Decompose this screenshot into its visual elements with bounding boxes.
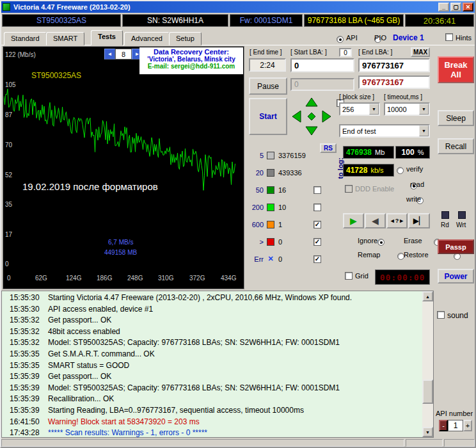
app-icon <box>3 3 10 11</box>
log-line: 15:35:39Model: ST9500325AS; Capacity: 97… <box>10 383 433 395</box>
api-number-plus-button[interactable]: + <box>463 420 472 431</box>
read-label: read <box>410 180 424 188</box>
break-all-button[interactable]: Break All <box>438 56 474 83</box>
log-line: 15:35:3248bit access enabled <box>10 327 433 339</box>
scan-back-button[interactable]: ◀ <box>365 213 386 228</box>
tab-smart[interactable]: SMART <box>46 32 84 45</box>
block-size-label: [ block size ] <box>339 93 374 100</box>
speed-display: 41728 kb/s <box>343 164 394 177</box>
passport-button[interactable]: Passp <box>438 239 474 254</box>
scroll-down-icon[interactable]: ▼ <box>422 427 433 437</box>
log-scrollbar[interactable]: ▲ ▼ <box>422 291 433 437</box>
restore-label: Restore <box>404 251 429 259</box>
drive-serial: SN: S2W6HH1A <box>122 14 228 27</box>
end-lba-input[interactable]: 976773167 <box>358 58 430 72</box>
jump-down-icon <box>306 127 317 135</box>
scroll-up-icon[interactable]: ▲ <box>422 291 433 301</box>
log-line: 15:35:35SMART status = GOOD <box>10 361 433 372</box>
start-button[interactable]: Start <box>249 98 287 135</box>
x-axis-label: 434G <box>221 275 236 282</box>
write-label: write <box>406 195 421 203</box>
end-action-select[interactable]: End of test ▼ <box>339 124 430 138</box>
status-bar-right <box>444 439 475 447</box>
sound-checkbox[interactable] <box>437 311 445 319</box>
pause-button[interactable]: Pause <box>249 77 287 95</box>
log-latency-checkbox[interactable]: ✓ <box>313 255 321 263</box>
scrollbar-thumb[interactable] <box>422 380 433 404</box>
y-axis-label: 0 <box>5 260 9 268</box>
maximize-button[interactable]: ▢ <box>450 3 461 12</box>
recall-button[interactable]: Recall <box>438 138 474 154</box>
log-line-warning: 16:41:50Warning! Block start at 58347392… <box>10 417 433 429</box>
max-lba-button[interactable]: MAX <box>411 47 430 57</box>
ignore-label: Ignore <box>358 237 377 244</box>
api-number-value: 1 <box>448 420 463 431</box>
x-axis-label: 310G <box>158 275 173 282</box>
api-number-minus-button[interactable]: - <box>439 420 448 431</box>
log-line: 15:35:39Recallibration... OK <box>10 394 433 406</box>
sleep-button[interactable]: Sleep <box>438 110 474 126</box>
scan-question-button[interactable]: ◄?► <box>386 213 408 228</box>
api-number-label: API number <box>436 410 473 417</box>
tab-advanced[interactable]: Advanced <box>124 32 170 45</box>
play-icon: ▶ <box>350 216 357 226</box>
jump-pad[interactable] <box>290 96 333 137</box>
log-line: 15:35:32Get passport... OK <box>10 316 433 327</box>
scan-skip-button[interactable]: ▶▏ <box>408 213 430 228</box>
tab-setup[interactable]: Setup <box>169 32 202 45</box>
log-line: 15:35:30Starting Victoria 4.47 Freeware … <box>10 293 433 305</box>
ignore-radio[interactable] <box>377 239 385 246</box>
graph-speed-note: 6,7 MB/s <box>108 239 133 246</box>
sound-label: sound <box>447 311 468 320</box>
timeout-label: [ timeout,ms ] <box>384 93 422 100</box>
remap-label: Remap <box>358 251 380 259</box>
log-latency-checkbox[interactable] <box>313 204 321 211</box>
drc-title: Data Recovery Center: <box>139 48 243 56</box>
latency-row-50: 50 16 <box>248 186 338 194</box>
chevron-down-icon[interactable]: ▼ <box>419 125 429 136</box>
start-lba-mini-field[interactable]: 0 <box>339 48 352 57</box>
api-radio[interactable] <box>337 36 344 43</box>
latency-row-20: 20 439336 <box>248 168 338 177</box>
close-button[interactable]: ✕ <box>463 3 473 12</box>
tab-standard[interactable]: Standard <box>4 32 47 45</box>
event-log[interactable]: 15:35:30Starting Victoria 4.47 Freeware … <box>1 291 434 438</box>
latency-color-swatch <box>267 169 274 177</box>
graph-zoom-control: ◄ 8 ► <box>104 49 143 60</box>
hints-checkbox[interactable] <box>445 33 453 41</box>
log-line: 15:35:39Get passport... OK <box>10 372 433 383</box>
chevron-down-icon[interactable]: ▼ <box>419 104 429 115</box>
drc-city: 'Victoria', Belarus, Minsk city <box>139 56 243 63</box>
log-latency-checkbox[interactable]: ✓ <box>313 238 321 246</box>
write-activity-led <box>458 211 466 219</box>
skip-end-icon: ▶▏ <box>413 216 425 225</box>
data-recovery-banner: Data Recovery Center: 'Victoria', Belaru… <box>139 47 243 74</box>
latency-color-swatch <box>267 152 274 159</box>
scan-forward-button[interactable]: ▶ <box>343 213 364 228</box>
graph-model-label: ST9500325AS <box>31 71 81 80</box>
log-line: 15:35:32Model: ST9500325AS; Capacity: 97… <box>10 338 433 349</box>
drc-email[interactable]: E-mail: sergei@hdd-911.com <box>139 63 243 70</box>
x-axis-label: 248G <box>127 275 143 282</box>
ddd-enable-checkbox[interactable] <box>345 185 353 193</box>
start-lba-input[interactable]: 0 <box>290 58 354 72</box>
minimize-button[interactable]: _ <box>438 3 449 12</box>
jump-center-icon <box>308 113 315 120</box>
grid-checkbox[interactable] <box>345 272 353 280</box>
y-axis-label: 87 <box>5 111 12 118</box>
verify-radio[interactable] <box>397 167 404 174</box>
ddd-enable-label: DDD Enable <box>355 185 394 193</box>
timeout-select[interactable]: 10000 ▼ <box>384 102 430 116</box>
power-button[interactable]: Power <box>438 269 474 284</box>
block-size-select[interactable]: 256 ▼ <box>339 102 380 116</box>
log-latency-checkbox[interactable]: ✓ <box>313 221 321 228</box>
start-lba-label: [ Start LBA: ] <box>290 49 327 56</box>
titlebar[interactable]: Victoria 4.47 Freeware (2013-02-20) _ ▢ … <box>1 1 475 13</box>
zoom-out-button[interactable]: ◄ <box>104 49 115 60</box>
chevron-down-icon[interactable]: ▼ <box>369 104 379 115</box>
log-line-result: 17:43:28***** Scan results: Warnings - 1… <box>10 428 433 438</box>
remaining-lba-display: 976773167 <box>358 76 430 89</box>
tab-tests[interactable]: Tests <box>91 30 123 45</box>
log-latency-checkbox[interactable] <box>313 186 321 194</box>
error-x-icon: ✕ <box>267 255 274 263</box>
